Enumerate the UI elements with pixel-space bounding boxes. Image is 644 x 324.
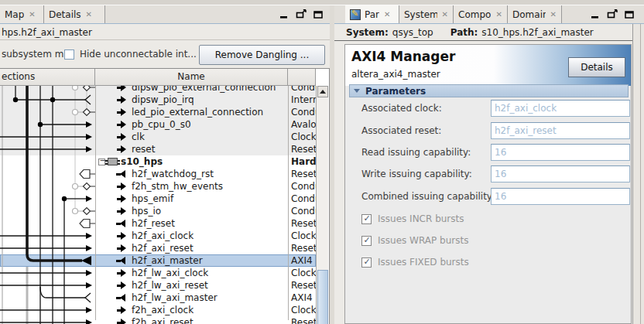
tree-row-f2h_stm_hw_events[interactable]: f2h_stm_hw_eventsCondu	[0, 180, 316, 193]
restore-button[interactable]	[607, 9, 618, 19]
hide-unconnectable-checkbox[interactable]	[64, 49, 74, 60]
tree-row-h2f_lw_axi_master[interactable]: h2f_lw_axi_masterAXI4 M	[0, 292, 316, 304]
interface-name: pb_cpu_0_s0	[132, 119, 191, 130]
connections-cell	[0, 131, 95, 143]
connections-cell	[0, 292, 95, 304]
tab-compo[interactable]: Compo✕	[454, 5, 508, 23]
arrow-right-icon	[116, 121, 128, 128]
remove-dangling-button[interactable]: Remove Dangling ...	[199, 45, 325, 65]
field-input-combined-issuing-capability[interactable]: 16	[491, 188, 630, 205]
checked-checkbox-icon[interactable]	[361, 214, 372, 224]
tab-label: Map	[5, 9, 24, 20]
collapse-triangle-icon	[354, 89, 360, 93]
tree-row-h2f_watchdog_rst[interactable]: h2f_watchdog_rstReset	[0, 168, 316, 180]
checked-checkbox-icon[interactable]	[361, 236, 372, 246]
tab-par[interactable]: Par✕	[345, 5, 399, 23]
restore-button[interactable]	[296, 9, 307, 19]
tree-row-f2h_axi_clock[interactable]: f2h_axi_clockClock I	[0, 304, 316, 316]
details-button[interactable]: Details	[568, 57, 625, 77]
connections-cell	[0, 155, 95, 168]
tab-label: Par	[365, 9, 379, 20]
type-cell: Condu	[288, 193, 316, 204]
close-icon[interactable]: ✕	[495, 10, 502, 19]
connections-column-header[interactable]: ections	[0, 69, 95, 85]
checkbox-row: Issues FIXED bursts	[361, 257, 469, 268]
type-cell: Condu	[288, 206, 316, 217]
interface-name: dipsw_pio_irq	[132, 94, 194, 105]
field-label: Combined issuing capability:	[361, 188, 495, 205]
tree-row-h2f_axi_reset[interactable]: h2f_axi_resetReset	[0, 242, 316, 254]
type-cell: Reset	[288, 317, 316, 324]
field-input-associated-reset[interactable]: h2f_axi_reset	[491, 122, 630, 139]
field-label: Write issuing capability:	[361, 165, 472, 182]
vertical-scrollbar[interactable]	[316, 86, 328, 324]
name-cell: h2f_lw_axi_reset	[95, 279, 288, 292]
checkbox-row: Issues WRAP bursts	[361, 235, 468, 246]
type-cell: AXI4 M	[288, 292, 316, 303]
minimize-button[interactable]	[279, 9, 289, 19]
tab-details[interactable]: Details✕	[44, 5, 105, 23]
field-input-write-issuing-capability[interactable]: 16	[491, 165, 630, 182]
close-icon[interactable]: ✕	[384, 10, 390, 19]
interface-name: h2f_lw_axi_reset	[132, 280, 208, 291]
tree-row-hps_io[interactable]: hps_ioCondu	[0, 205, 316, 217]
tree-row-h2f_reset[interactable]: h2f_resetReset	[0, 217, 316, 230]
hide-unconnectable-label[interactable]: Hide unconnectable int...	[80, 49, 197, 60]
name-cell: h2f_watchdog_rst	[95, 168, 288, 180]
module-chip-icon	[108, 158, 118, 165]
name-column-header[interactable]: Name	[95, 69, 288, 85]
tree-row-h2f_axi_master[interactable]: h2f_axi_masterAXI4 M	[0, 254, 316, 267]
close-icon[interactable]: ✕	[29, 10, 35, 19]
field-input-associated-clock[interactable]: h2f_axi_clock	[491, 100, 630, 117]
scrollbar-thumb[interactable]	[317, 270, 328, 324]
type-cell: Clock I	[288, 305, 316, 315]
tab-map[interactable]: Map✕	[0, 5, 44, 23]
tree-row-h2f_lw_axi_reset[interactable]: h2f_lw_axi_resetReset	[0, 279, 316, 292]
interface-name: f2h_axi_clock	[132, 305, 194, 315]
checked-checkbox-icon[interactable]	[361, 257, 372, 268]
interface-name: h2f_reset	[132, 218, 175, 229]
right-gutter	[632, 24, 644, 324]
checkbox-row: Issues INCR bursts	[361, 213, 464, 224]
parameters-section-title: Parameters	[365, 86, 426, 97]
interface-name: h2f_axi_clock	[132, 230, 194, 241]
tree-row-f2h_axi_reset[interactable]: f2h_axi_resetReset	[0, 316, 316, 324]
close-icon[interactable]: ✕	[86, 10, 92, 19]
selected-path-label: hps.h2f_axi_master	[2, 27, 92, 38]
close-icon[interactable]: ✕	[442, 10, 448, 19]
tab-domain[interactable]: Domain✕	[508, 5, 562, 23]
type-column-header[interactable]	[288, 69, 316, 85]
field-input-read-issuing-capability[interactable]: 16	[491, 144, 630, 161]
connections-cell	[0, 193, 95, 205]
type-cell: Avalon	[288, 119, 316, 130]
interface-name: hps_io	[132, 206, 161, 217]
tree-row-h2f_lw_axi_clock[interactable]: h2f_lw_axi_clockClock I	[0, 267, 316, 279]
tree-row-s10_hps[interactable]: s10_hpsHard P	[0, 155, 316, 168]
component-subtitle: altera_axi4_master	[351, 69, 440, 80]
name-cell: pb_cpu_0_s0	[95, 118, 288, 131]
type-cell: Reset	[288, 169, 316, 179]
arrow-right-icon	[116, 244, 128, 252]
tree-row-reset[interactable]: resetReset	[0, 143, 316, 155]
tab-system[interactable]: System✕	[399, 5, 454, 23]
scroll-up-button[interactable]	[317, 86, 328, 97]
tree-row-hps_emif[interactable]: hps_emifCondu	[0, 193, 316, 205]
expander-minus-icon[interactable]	[98, 159, 105, 165]
component-title: AXI4 Manager	[351, 49, 455, 64]
maximize-button[interactable]	[624, 9, 635, 19]
interface-name: clk	[132, 131, 145, 142]
interface-name: h2f_axi_reset	[132, 243, 194, 254]
connections-cell	[0, 230, 95, 242]
maximize-button[interactable]	[313, 9, 324, 19]
minimize-button[interactable]	[590, 9, 601, 19]
parameters-section-header[interactable]: Parameters	[349, 84, 629, 97]
type-cell: Reset	[288, 218, 316, 229]
tree-row-h2f_axi_clock[interactable]: h2f_axi_clockClock I	[0, 230, 316, 242]
connections-cell	[0, 180, 95, 193]
close-icon[interactable]: ✕	[550, 10, 557, 19]
tree-row-led_pio_external_connection[interactable]: led_pio_external_connectionCondu	[0, 106, 316, 118]
tree-row-pb_cpu_0_s0[interactable]: pb_cpu_0_s0Avalon	[0, 118, 316, 131]
tree-row-dipsw_pio_irq[interactable]: dipsw_pio_irqInterru	[0, 94, 316, 106]
tree-row-clk[interactable]: clkClock I	[0, 131, 316, 143]
system-path-bar: System: qsys_top Path: s10_hps.h2f_axi_m…	[334, 25, 644, 41]
